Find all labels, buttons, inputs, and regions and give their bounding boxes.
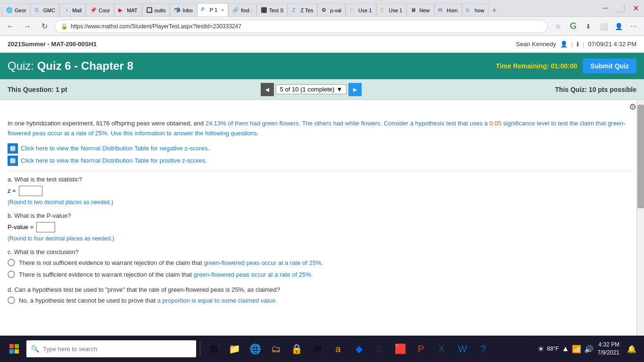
maximize-button[interactable]: ⬜ [614, 1, 627, 15]
gear-icon[interactable]: ⚙ [629, 102, 636, 112]
address-bar[interactable]: 🔒 https://www.mathxl.com/Student/PlayerT… [55, 20, 548, 33]
dropdown-arrow[interactable]: ▼ [336, 86, 342, 93]
tab-how[interactable]: b how [462, 3, 488, 16]
collections-icon[interactable]: ⬜ [597, 20, 610, 33]
file-explorer-button[interactable]: 📁 [225, 339, 244, 358]
content-area: In one hybridization experiment, 8176 of… [0, 114, 644, 336]
option-c2-text: There is sufficient evidence to warrant … [19, 270, 313, 280]
time-remaining-label: Time Remaining: [496, 62, 549, 70]
tab-geor[interactable]: 🌐 Geor [2, 3, 30, 16]
option-c1[interactable]: There is not sufficient evidence to warr… [8, 258, 633, 268]
star-icon[interactable]: ☆ [552, 20, 565, 33]
download-icon[interactable]: ⬇ [582, 20, 595, 33]
table-link-negative-text[interactable]: Click here to view the Normal Distributi… [21, 145, 209, 152]
quiz-title: Quiz: Quiz 6 - Chapter 8 [8, 59, 133, 73]
start-button[interactable] [4, 338, 25, 359]
radio-d1[interactable] [8, 296, 15, 304]
table-link-positive[interactable]: Click here to view the Normal Distributi… [8, 156, 633, 166]
tab-label-test1: Test S [269, 8, 284, 13]
edge-button[interactable]: 🌐 [246, 339, 264, 358]
add-tab-button[interactable]: + [488, 4, 500, 16]
part-b-question: What is the P-value? [14, 212, 71, 219]
nav-controls: ◄ 5 of 10 (1 complete) ▼ ► [261, 83, 362, 96]
minimize-button[interactable]: ─ [599, 1, 612, 15]
tab-use1[interactable]: C Use 1 [346, 3, 376, 16]
folder-button[interactable]: 🗂 [266, 339, 285, 358]
security-button[interactable]: 🔒 [287, 339, 306, 358]
dropbox-button[interactable]: ◆ [349, 339, 368, 358]
url-display: https://www.mathxl.com/Student/PlayerTes… [71, 23, 542, 30]
quiz-points-label: This Quiz: [555, 86, 587, 93]
significance-value: 0.05 [489, 120, 501, 127]
tab-find[interactable]: 🔗 find : [228, 3, 256, 16]
powerpoint-button[interactable]: P [412, 339, 430, 358]
tab-pval[interactable]: ⚙ p-val [317, 3, 346, 16]
amazon-button[interactable]: a [329, 339, 347, 358]
profile-icon[interactable]: 👤 [612, 20, 625, 33]
battery-icon: ▲ [561, 345, 569, 353]
app1-icon: 🟥 [395, 343, 406, 354]
tab-hom[interactable]: H Hom [434, 3, 462, 16]
tab-label-mat: MAT [127, 8, 137, 13]
system-clock[interactable]: 4:32 PM 7/9/2021 [597, 341, 619, 357]
sub-question-b: b. What is the P-value? P-value = (Round… [8, 212, 633, 242]
help-taskbar-button[interactable]: ? [474, 339, 493, 358]
refresh-button[interactable]: ↻ [38, 20, 51, 33]
search-icon: 🔍 [31, 345, 39, 353]
course-title: 2021Summer - MAT-200-00SH1 [8, 41, 97, 48]
tab-label-use1: Use 1 [358, 8, 372, 13]
user-info: Sean Kennedy 👤 | ℹ | 07/09/21 4:32 PM [516, 41, 636, 48]
back-button[interactable]: ← [4, 20, 17, 33]
tab-icon-inbox: 📬 [174, 7, 181, 14]
app-header: 2021Summer - MAT-200-00SH1 Sean Kennedy … [0, 36, 644, 53]
option-d1[interactable]: No, a hypothesis test cannot be used to … [8, 296, 633, 305]
excel-button[interactable]: X [432, 339, 451, 358]
tab-test1[interactable]: ⬛ Test S [256, 3, 288, 16]
submit-quiz-button[interactable]: Submit Quiz [583, 58, 636, 74]
task-view-button[interactable]: ⊞ [204, 339, 223, 358]
folder-icon: 🗂 [271, 344, 281, 354]
close-button[interactable]: ✕ [629, 1, 642, 15]
notification-button[interactable]: 🔔 [623, 340, 640, 357]
word-button[interactable]: W [453, 339, 472, 358]
search-input[interactable] [43, 346, 191, 353]
tab-use2[interactable]: C Use 1 [376, 3, 407, 16]
pvalue-input[interactable] [36, 222, 55, 232]
tab-label-pval: p-val [330, 8, 341, 13]
tab-icon-mat: ▶ [118, 7, 125, 14]
tab-mat[interactable]: ▶ MAT [114, 3, 141, 16]
table-link-positive-text[interactable]: Click here to view the Normal Distributi… [21, 157, 207, 164]
tab-gmc[interactable]: G GMC [30, 3, 59, 16]
username: Sean Kennedy [516, 41, 556, 48]
google-account-icon[interactable]: G [567, 20, 580, 33]
quiz-label: Quiz: [8, 59, 34, 72]
forward-button[interactable]: → [21, 20, 34, 33]
datetime-display: 07/09/21 4:32 PM [588, 41, 636, 48]
radio-c1[interactable] [8, 259, 15, 266]
z-input[interactable] [19, 186, 42, 196]
mail-taskbar-button[interactable]: ✉ [308, 339, 327, 358]
scrollbar-thumb[interactable] [637, 105, 644, 208]
tab-label-use2: Use 1 [389, 8, 403, 13]
help-icon[interactable]: ℹ [577, 41, 579, 48]
tab-mail[interactable]: 📧 Mail [59, 3, 86, 16]
tab-close-p1[interactable]: × [221, 8, 224, 13]
lock-icon: 🔒 [61, 23, 68, 30]
radio-c2[interactable] [8, 271, 15, 278]
swoop-button[interactable]: S [370, 339, 389, 358]
tab-ztes[interactable]: Z Z Tes [288, 3, 317, 16]
tab-inbox[interactable]: 📬 Inbo [170, 3, 197, 16]
tab-new[interactable]: 🖥 New [406, 3, 434, 16]
tab-cour[interactable]: 📌 Cour [86, 3, 114, 16]
taskbar: 🔍 ⊞ 📁 🌐 🗂 🔒 ✉ a ◆ S 🟥 P X W ? [0, 336, 644, 362]
tab-p1[interactable]: P P 1 × [197, 3, 228, 16]
option-c2[interactable]: There is sufficient evidence to warrant … [8, 270, 633, 280]
table-link-negative[interactable]: Click here to view the Normal Distributi… [8, 143, 633, 154]
tab-outl[interactable]: 🔲 outlo [142, 3, 170, 16]
settings-icon[interactable]: ⋯ [627, 20, 640, 33]
prev-question-button[interactable]: ◄ [261, 83, 274, 96]
scrollbar[interactable] [636, 100, 644, 336]
app1-button[interactable]: 🟥 [391, 339, 410, 358]
next-question-button[interactable]: ► [348, 83, 362, 96]
taskbar-search[interactable]: 🔍 [26, 340, 196, 357]
